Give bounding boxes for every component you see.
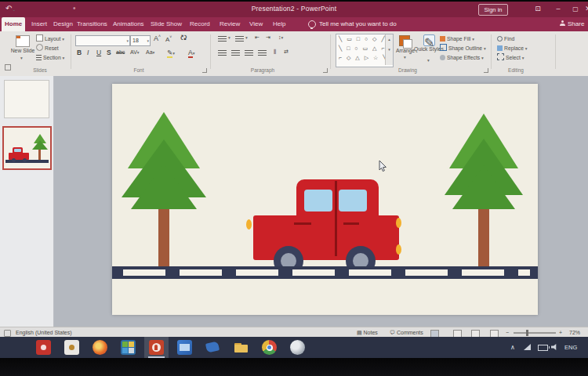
sign-in-button[interactable]: Sign in <box>478 4 508 16</box>
change-case-button[interactable]: Aa▾ <box>146 49 154 55</box>
comments-button[interactable]: 🗩 Comments <box>390 330 423 335</box>
truck-window-right <box>339 190 367 212</box>
numbered-list-icon[interactable] <box>235 36 244 42</box>
align-center-icon[interactable] <box>231 50 240 56</box>
align-left-icon[interactable] <box>218 50 227 56</box>
store-app-icon[interactable] <box>121 340 136 355</box>
text-shadow-button[interactable]: S <box>107 49 111 56</box>
tab-home[interactable]: Home <box>2 17 25 31</box>
tab-animations[interactable]: Animations <box>110 17 147 31</box>
zoom-out-button[interactable]: − <box>506 330 509 335</box>
bold-button[interactable]: B <box>77 49 82 56</box>
tell-me-search[interactable]: Tell me what you want to do <box>319 17 397 31</box>
ribbon-display-options-icon[interactable]: ⊡ <box>532 3 544 15</box>
slide-show-button[interactable] <box>490 330 499 338</box>
powerpoint-icon[interactable] <box>149 340 164 355</box>
accessibility-icon[interactable] <box>4 330 11 337</box>
zoom-slider-track[interactable] <box>514 332 556 334</box>
shape-outline-button[interactable]: Shape Outline ▾ <box>440 44 486 52</box>
tab-review[interactable]: Review <box>216 17 243 31</box>
slide-thumbnail-panel[interactable] <box>0 76 54 327</box>
font-name-combo[interactable]: ▾ <box>75 35 130 46</box>
shape-effects-button[interactable]: Shape Effects ▾ <box>440 53 484 62</box>
tree-bottom-triangle <box>131 164 197 209</box>
justify-icon[interactable] <box>258 50 267 56</box>
increase-indent-icon[interactable]: ⇥ <box>266 34 270 41</box>
minimize-button[interactable]: – <box>552 3 564 15</box>
camera-app-icon[interactable] <box>64 340 79 355</box>
truck-divider-line <box>335 181 337 256</box>
zoom-level[interactable]: 72% <box>569 330 580 335</box>
bullet-list-icon[interactable] <box>218 36 227 42</box>
clipboard-launcher-icon[interactable] <box>5 64 11 70</box>
tab-insert[interactable]: Insert <box>28 17 50 31</box>
character-spacing-button[interactable]: AV▾ <box>130 49 140 55</box>
align-right-icon[interactable] <box>245 50 253 56</box>
italic-button[interactable]: I <box>87 49 89 56</box>
shape-fill-button[interactable]: Shape Fill ▾ <box>440 34 474 43</box>
firefox-icon[interactable] <box>93 340 107 355</box>
font-size-combo[interactable]: 18▾ <box>130 35 151 46</box>
slide-canvas[interactable] <box>112 84 538 315</box>
font-color-button[interactable]: A▾ <box>188 49 194 56</box>
reset-button[interactable]: Reset <box>36 44 59 52</box>
shrink-font-button[interactable]: A˅ <box>165 34 172 43</box>
workspace <box>0 76 588 327</box>
mouse-cursor <box>379 161 387 172</box>
normal-view-button[interactable] <box>430 330 439 338</box>
battery-icon[interactable] <box>538 345 548 351</box>
language-status[interactable]: English (United States) <box>16 330 72 335</box>
file-explorer-icon[interactable] <box>234 340 249 355</box>
underline-button[interactable]: U <box>96 49 101 56</box>
tray-language[interactable]: ENG <box>564 337 577 358</box>
network-icon[interactable] <box>524 344 531 350</box>
find-button[interactable]: Find <box>497 34 514 43</box>
layout-button[interactable]: Layout ▾ <box>36 34 64 43</box>
section-button[interactable]: Section ▾ <box>36 53 64 62</box>
text-direction-icon[interactable]: ⇄ <box>284 49 289 55</box>
reading-view-button[interactable] <box>471 330 480 338</box>
draw-app-icon[interactable] <box>205 340 220 355</box>
drawing-dialog-launcher[interactable] <box>484 68 488 73</box>
chrome-icon[interactable] <box>262 340 277 355</box>
tab-help[interactable]: Help <box>270 17 289 31</box>
shapes-gallery[interactable]: ╲ ▭ □ ○ ◇ ╱ ╲ □ ○ ▭ △ ⌐ ⌐ ◇ △ ▷ ☆ ╲ ▴▾ <box>336 34 394 67</box>
maximize-button[interactable]: ▢ <box>569 3 582 15</box>
tray-chevron-icon[interactable]: ∧ <box>510 337 515 358</box>
arrange-icon <box>399 35 410 46</box>
replace-button[interactable]: Replace ▾ <box>497 44 528 52</box>
tab-transitions[interactable]: Transitions <box>74 17 111 31</box>
edge-app-icon[interactable] <box>290 340 305 355</box>
zoom-in-button[interactable]: + <box>559 330 562 335</box>
close-button[interactable]: ✕ <box>582 3 588 15</box>
notes-button[interactable]: ▤ Notes <box>357 330 378 336</box>
select-icon <box>497 53 504 60</box>
mail-app-icon[interactable] <box>177 340 192 355</box>
decrease-indent-icon[interactable]: ⇤ <box>255 34 260 41</box>
slide-1-thumbnail[interactable] <box>4 80 49 118</box>
grow-font-button[interactable]: A˄ <box>154 34 161 42</box>
tab-design[interactable]: Design <box>50 17 76 31</box>
laptop-screen: ↶⌄ • Presentation2 - PowerPoint Sign in … <box>0 2 588 358</box>
tab-record[interactable]: Record <box>187 17 213 31</box>
replace-icon <box>497 45 503 51</box>
share-button[interactable]: Share <box>560 17 584 31</box>
red-app-icon[interactable] <box>36 340 51 355</box>
road[interactable] <box>112 266 538 279</box>
tab-slide-show[interactable]: Slide Show <box>147 17 185 31</box>
font-dialog-launcher[interactable] <box>202 68 207 73</box>
select-button[interactable]: Select ▾ <box>497 53 524 62</box>
columns-icon[interactable]: ⫼ <box>274 49 276 55</box>
paragraph-dialog-launcher[interactable] <box>323 68 328 73</box>
slide-sorter-view-button[interactable] <box>453 330 462 338</box>
slide-2-thumbnail[interactable] <box>2 126 52 170</box>
strikethrough-button[interactable]: abc <box>116 49 125 55</box>
road-lane-dashes <box>123 269 530 276</box>
truck-front-light-top <box>396 218 401 228</box>
tab-view[interactable]: View <box>246 17 266 31</box>
highlight-color-button[interactable]: ✎▾ <box>167 49 175 56</box>
clear-formatting-button[interactable]: 🗘 <box>180 34 187 42</box>
line-spacing-icon[interactable]: ↕▾ <box>278 34 283 40</box>
speaker-icon[interactable] <box>551 344 558 350</box>
zoom-slider-thumb[interactable] <box>526 330 528 336</box>
